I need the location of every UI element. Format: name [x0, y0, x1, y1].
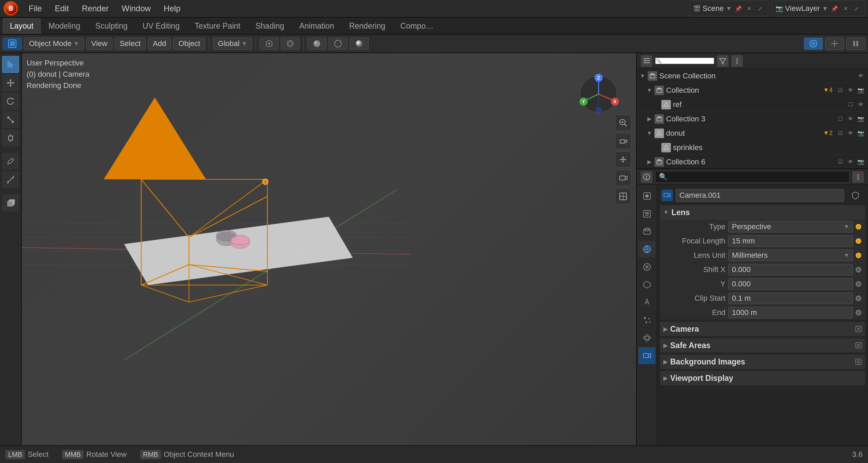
zoom-in-btn[interactable] [615, 115, 631, 131]
menu-file[interactable]: File [23, 2, 48, 15]
safe-areas-section-header[interactable]: ▶ Safe Areas [660, 338, 865, 353]
tool-rotate[interactable] [2, 93, 19, 110]
col-render-btn[interactable]: 📷 [856, 86, 865, 95]
props-modifier-icon[interactable] [638, 294, 656, 311]
tab-sculpting[interactable]: Sculpting [88, 18, 135, 34]
focal-length-dot[interactable] [856, 238, 861, 244]
pause-btn[interactable] [846, 38, 865, 50]
props-output-icon[interactable] [638, 205, 656, 222]
outliner-sprinkles[interactable]: ▶ sprinkles [637, 140, 868, 155]
camera-section-header[interactable]: ▶ Camera [660, 322, 865, 336]
viewlayer-close-btn[interactable]: ✕ [841, 4, 850, 13]
scene-selector[interactable]: 🎬 Scene ▼ 📌 ✕ ⤢ [689, 1, 768, 16]
props-particles-icon[interactable] [638, 312, 656, 329]
props-physics-icon[interactable] [638, 329, 656, 346]
mode-dropdown[interactable]: Object Mode ▼ [24, 38, 84, 50]
col-vis-btn[interactable]: 👁 [846, 86, 855, 95]
outliner-scene-collection[interactable]: ▼ Scene Collection 👁 [637, 69, 868, 83]
toolbar-viewport-icon[interactable] [3, 38, 22, 50]
tool-scale[interactable] [2, 111, 19, 128]
tab-uv-editing[interactable]: UV Editing [135, 18, 187, 34]
donut-vis-btn[interactable]: 👁 [846, 129, 855, 138]
tool-annotate[interactable] [2, 153, 19, 170]
col6-check-btn[interactable]: ☑ [836, 158, 845, 166]
camera-view-btn[interactable] [615, 170, 631, 186]
tool-transform[interactable] [2, 130, 19, 147]
outliner-ref[interactable]: ▶ ref ☐ 👁 [637, 98, 868, 112]
visibility-btn[interactable]: 👁 [856, 72, 865, 80]
props-menu-icon[interactable] [852, 171, 864, 183]
props-viewlayer-icon[interactable] [638, 223, 656, 240]
tool-cursor[interactable] [2, 56, 19, 73]
type-keyframe-dot[interactable] [856, 224, 861, 229]
grid-view-btn[interactable] [615, 188, 631, 205]
lens-section-header[interactable]: ▼ Lens [660, 205, 865, 220]
col6-vis-btn[interactable]: 👁 [846, 158, 855, 166]
tab-rendering[interactable]: Rendering [342, 18, 393, 34]
menu-edit[interactable]: Edit [49, 2, 75, 15]
col3-check-btn[interactable]: ☐ [836, 115, 845, 123]
menu-window[interactable]: Window [116, 2, 157, 15]
col-check-btn[interactable]: ☑ [836, 86, 845, 95]
shading-render-btn[interactable] [350, 38, 369, 50]
tab-animation[interactable]: Animation [292, 18, 341, 34]
menu-render[interactable]: Render [76, 2, 115, 15]
col3-render-btn[interactable]: 📷 [856, 115, 865, 123]
object-btn[interactable]: Object [173, 38, 205, 50]
outliner-filter-icon[interactable] [717, 55, 729, 67]
snap-btn[interactable] [260, 38, 279, 50]
tab-compositing[interactable]: Compo… [393, 18, 441, 34]
props-scene-icon[interactable] [638, 241, 656, 258]
props-search-input[interactable] [655, 171, 850, 183]
clip-start-value[interactable]: 0.1 m [728, 293, 853, 304]
lens-unit-dropdown[interactable]: Millimeters ▼ [728, 250, 853, 261]
outliner-collection3[interactable]: ▶ Collection 3 ☐ 👁 📷 [637, 112, 868, 126]
outliner-search[interactable] [655, 58, 714, 64]
ref-vis-btn[interactable]: 👁 [856, 100, 865, 109]
donut-render-btn[interactable]: 📷 [856, 129, 865, 138]
shift-x-value[interactable]: 0.000 [728, 264, 853, 275]
tab-layout[interactable]: Layout [3, 18, 41, 34]
tab-modeling[interactable]: Modeling [41, 18, 87, 34]
tool-move[interactable] [2, 74, 19, 91]
donut-check-btn[interactable]: ☑ [836, 129, 845, 138]
props-object-icon[interactable] [638, 276, 656, 293]
viewlayer-selector[interactable]: 📷 ViewLayer ▼ 📌 ✕ ⤢ [772, 1, 865, 16]
menu-help[interactable]: Help [158, 2, 187, 15]
shift-y-dot[interactable] [856, 281, 861, 287]
transform-dropdown[interactable]: Global ▼ [213, 38, 252, 50]
props-render-icon[interactable] [638, 188, 656, 205]
select-btn[interactable]: Select [115, 38, 146, 50]
shading-solid-btn[interactable] [307, 38, 326, 50]
viewport-display-section-header[interactable]: ▶ Viewport Display [660, 371, 865, 385]
axis-gizmo[interactable]: Z X Y [578, 74, 619, 117]
clip-end-dot[interactable] [856, 310, 861, 315]
view-btn[interactable]: View [86, 38, 113, 50]
camera-name-input[interactable] [676, 189, 844, 202]
gizmo-btn[interactable] [825, 38, 844, 50]
ref-check-btn[interactable]: ☐ [846, 100, 855, 109]
focal-length-value[interactable]: 15 mm [728, 235, 853, 247]
scene-pin-btn[interactable]: 📌 [734, 4, 743, 13]
clip-start-dot[interactable] [856, 296, 861, 301]
props-camera-data-icon[interactable] [638, 347, 656, 364]
col6-render-btn[interactable]: 📷 [856, 158, 865, 166]
viewlayer-expand-btn[interactable]: ⤢ [852, 4, 861, 13]
viewport[interactable]: User Perspective (0) donut | Camera Rend… [22, 53, 636, 445]
col3-vis-btn[interactable]: 👁 [846, 115, 855, 123]
outliner-collection6[interactable]: ▶ Collection 6 ☑ 👁 📷 [637, 155, 868, 169]
type-dropdown[interactable]: Perspective ▼ [728, 221, 853, 233]
pan-btn[interactable] [615, 151, 631, 168]
outliner-collection[interactable]: ▼ Collection ▼4 ☑ 👁 📷 [637, 83, 868, 98]
proportional-edit-btn[interactable] [281, 38, 300, 50]
shift-y-value[interactable]: 0.000 [728, 278, 853, 290]
tool-add-cube[interactable] [2, 194, 19, 211]
tab-shading[interactable]: Shading [248, 18, 291, 34]
shading-wire-btn[interactable] [328, 38, 348, 50]
outliner-menu-icon[interactable] [731, 55, 743, 67]
scene-expand-btn[interactable]: ⤢ [756, 4, 765, 13]
fly-camera-btn[interactable] [615, 133, 631, 149]
add-btn[interactable]: Add [148, 38, 171, 50]
props-world-icon[interactable] [638, 258, 656, 275]
outliner-donut[interactable]: ▼ donut ▼2 ☑ 👁 📷 [637, 126, 868, 140]
